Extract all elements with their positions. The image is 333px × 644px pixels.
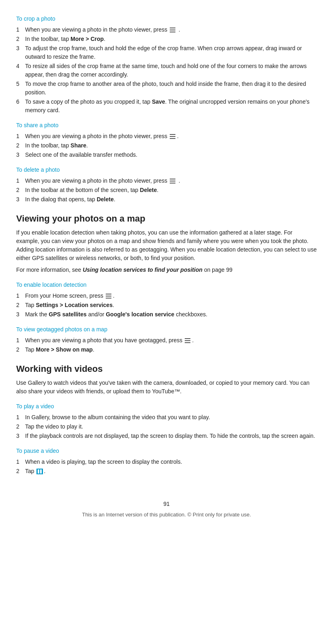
- list-item: 2 In the toolbar at the bottom of the sc…: [16, 186, 317, 194]
- share-photo-title: To share a photo: [16, 121, 317, 130]
- working-videos-title: Working with videos: [16, 362, 317, 375]
- viewing-photos-map-para1: If you enable location detection when ta…: [16, 228, 317, 262]
- list-item: 4 To resize all sides of the crop frame …: [16, 62, 317, 79]
- play-video-section: To play a video 1 In Gallery, browse to …: [16, 402, 317, 440]
- enable-location-list: 1 From your Home screen, press . 2 Tap S…: [16, 292, 317, 319]
- view-geotagged-list: 1 When you are viewing a photo that you …: [16, 336, 317, 354]
- play-video-title: To play a video: [16, 402, 317, 411]
- delete-photo-list: 1 When you are viewing a photo in the ph…: [16, 177, 317, 204]
- list-item: 3 To adjust the crop frame, touch and ho…: [16, 44, 317, 61]
- viewing-photos-map-section: Viewing your photos on a map If you enab…: [16, 212, 317, 274]
- viewing-photos-map-para2: For more information, see Using location…: [16, 266, 317, 274]
- view-geotagged-title: To view geotagged photos on a map: [16, 325, 317, 334]
- working-videos-section: Working with videos Use Gallery to watch…: [16, 362, 317, 396]
- enable-location-section: To enable location detection 1 From your…: [16, 281, 317, 319]
- footer: 91 This is an Internet version of this p…: [16, 500, 317, 519]
- crop-photo-title: To crop a photo: [16, 15, 317, 23]
- list-item: 3 If the playback controls are not displ…: [16, 432, 317, 440]
- list-item: 2 Tap the video to play it.: [16, 422, 317, 431]
- list-item: 3 In the dialog that opens, tap Delete.: [16, 195, 317, 204]
- viewing-photos-map-title: Viewing your photos on a map: [16, 212, 317, 225]
- list-item: 2 In the toolbar, tap More > Crop.: [16, 35, 317, 43]
- list-item: 2 Tap More > Show on map.: [16, 345, 317, 354]
- view-geotagged-section: To view geotagged photos on a map 1 When…: [16, 325, 317, 354]
- list-item: 3 Select one of the available transfer m…: [16, 151, 317, 159]
- enable-location-title: To enable location detection: [16, 281, 317, 289]
- list-item: 3 Mark the GPS satellites and/or Google'…: [16, 310, 317, 319]
- crop-photo-list: 1 When you are viewing a photo in the ph…: [16, 26, 317, 115]
- working-videos-para: Use Gallery to watch videos that you've …: [16, 379, 317, 396]
- pause-icon: [36, 469, 43, 474]
- pause-video-section: To pause a video 1 When a video is playi…: [16, 447, 317, 476]
- list-item: 5 To move the crop frame to another area…: [16, 80, 317, 97]
- page-number: 91: [16, 500, 317, 508]
- crop-photo-section: To crop a photo 1 When you are viewing a…: [16, 15, 317, 115]
- menu-icon: [170, 179, 176, 183]
- pause-video-title: To pause a video: [16, 447, 317, 455]
- play-video-list: 1 In Gallery, browse to the album contai…: [16, 413, 317, 440]
- list-item: 1 When you are viewing a photo in the ph…: [16, 26, 317, 34]
- list-item: 1 When a video is playing, tap the scree…: [16, 458, 317, 466]
- share-photo-section: To share a photo 1 When you are viewing …: [16, 121, 317, 159]
- list-item: 6 To save a copy of the photo as you cro…: [16, 98, 317, 115]
- list-item: 1 When you are viewing a photo that you …: [16, 336, 317, 345]
- share-photo-list: 1 When you are viewing a photo in the ph…: [16, 132, 317, 159]
- menu-icon: [106, 294, 112, 299]
- list-item: 2 Tap .: [16, 467, 317, 476]
- list-item: 1 In Gallery, browse to the album contai…: [16, 413, 317, 422]
- list-item: 1 When you are viewing a photo in the ph…: [16, 132, 317, 141]
- list-item: 2 Tap Settings > Location services.: [16, 301, 317, 309]
- menu-icon: [170, 28, 176, 32]
- delete-photo-section: To delete a photo 1 When you are viewing…: [16, 166, 317, 204]
- pause-video-list: 1 When a video is playing, tap the scree…: [16, 458, 317, 476]
- delete-photo-title: To delete a photo: [16, 166, 317, 174]
- menu-icon: [185, 338, 191, 343]
- footer-note: This is an Internet version of this publ…: [82, 512, 251, 518]
- menu-icon: [170, 134, 176, 139]
- list-item: 2 In the toolbar, tap Share.: [16, 141, 317, 150]
- list-item: 1 When you are viewing a photo in the ph…: [16, 177, 317, 185]
- list-item: 1 From your Home screen, press .: [16, 292, 317, 300]
